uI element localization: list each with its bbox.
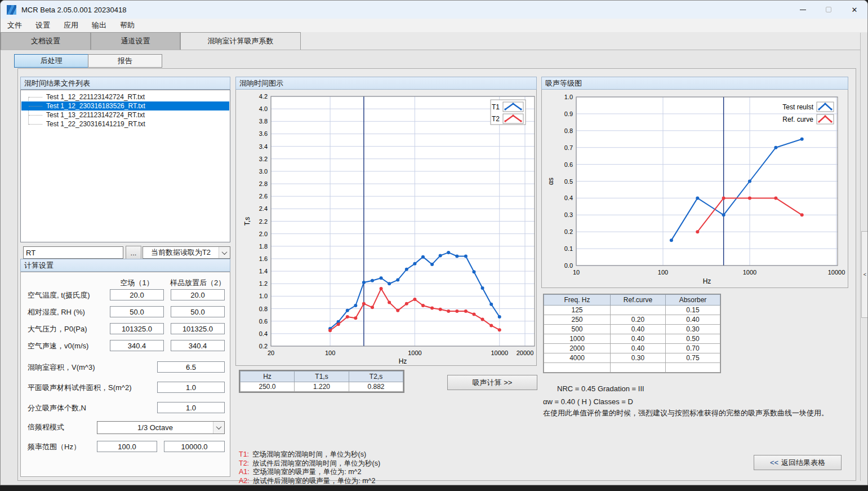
rt-file-listbox[interactable]: Test 1_12_221123142724_RT.txtTest 1_12_2… bbox=[20, 90, 230, 242]
subtab-0[interactable]: 后处理 bbox=[14, 54, 88, 68]
menu-item-0[interactable]: 文件 bbox=[1, 19, 29, 32]
minimize-button[interactable] bbox=[790, 1, 816, 19]
table-cell bbox=[611, 363, 666, 373]
freq-min-input[interactable] bbox=[97, 441, 157, 452]
svg-text:Hz: Hz bbox=[703, 277, 711, 285]
absorb-calc-button[interactable]: 吸声计算 >> bbox=[447, 375, 537, 390]
table-cell: 0.40 bbox=[611, 334, 666, 344]
freq-range-label: 频率范围（Hz） bbox=[28, 442, 81, 452]
window-title: MCR Beta 2.05.0.001 20230418 bbox=[21, 6, 126, 14]
table-cell: 2000 bbox=[544, 344, 611, 353]
svg-text:1.8: 1.8 bbox=[259, 243, 268, 250]
table-cell bbox=[544, 363, 611, 373]
svg-text:0.6: 0.6 bbox=[564, 161, 573, 168]
chevron-down-icon bbox=[222, 249, 228, 255]
octave-dropdown-button[interactable] bbox=[213, 422, 224, 434]
calc-panel-header: 计算设置 bbox=[20, 259, 230, 272]
menu-item-4[interactable]: 帮助 bbox=[113, 19, 141, 32]
menu-item-2[interactable]: 应用 bbox=[57, 19, 85, 32]
subtab-1[interactable]: 报告 bbox=[88, 54, 162, 68]
note-text: 空场混响室的吸声量，单位为: m^2 bbox=[253, 468, 362, 476]
rt-chart-panel-header: 混响时间图示 bbox=[235, 77, 537, 90]
calc-field-sample[interactable] bbox=[171, 340, 225, 351]
tab-1[interactable]: 通道设置 bbox=[91, 32, 180, 50]
menu-item-1[interactable]: 设置 bbox=[29, 19, 57, 32]
collapse-panel-handle[interactable]: < bbox=[861, 231, 868, 318]
tab-2[interactable]: 混响室计算吸声系数 bbox=[180, 32, 301, 50]
table-cell: 0.75 bbox=[666, 353, 720, 363]
note-label: A2: bbox=[239, 477, 250, 485]
svg-text:4.2: 4.2 bbox=[259, 93, 268, 100]
calc-row-1: 相对湿度, RH (%) bbox=[21, 306, 230, 317]
calc-field-value[interactable] bbox=[157, 361, 225, 373]
calc-panel-title: 计算设置 bbox=[24, 260, 54, 271]
main-tabs: 文档设置通道设置混响室计算吸声系数 bbox=[1, 32, 867, 50]
svg-text:1000: 1000 bbox=[408, 350, 421, 356]
svg-text:3.4: 3.4 bbox=[259, 143, 268, 150]
title-bar: MCR Beta 2.05.0.001 20230418 ✕ bbox=[1, 1, 867, 19]
calc-single-row-0: 混响室容积，V(m^3) bbox=[21, 361, 230, 373]
note-line-0: T1:空场混响室的混响时间，单位为秒(s) bbox=[239, 450, 393, 459]
table-cell: 0.30 bbox=[611, 353, 666, 363]
close-icon: ✕ bbox=[852, 6, 858, 14]
calc-row-label: 大气压力，P0(Pa) bbox=[28, 324, 87, 334]
table-header-cell: Freq. Hz bbox=[544, 295, 611, 306]
calc-field-open[interactable] bbox=[110, 306, 164, 317]
calc-row-3: 空气声速，v0(m/s) bbox=[21, 340, 230, 351]
menu-item-3[interactable]: 输出 bbox=[85, 19, 113, 32]
file-list-panel-header: 混时间结果文件列表 bbox=[20, 77, 230, 90]
table-cell: 0.40 bbox=[611, 325, 666, 334]
calc-field-value[interactable] bbox=[157, 382, 225, 393]
svg-text:3.6: 3.6 bbox=[259, 130, 268, 137]
table-header-cell: Hz bbox=[241, 371, 295, 382]
svg-text:2.6: 2.6 bbox=[259, 193, 268, 200]
calc-field-open[interactable] bbox=[110, 323, 164, 334]
calc-field-open[interactable] bbox=[110, 340, 164, 351]
grade-chart-panel-title: 吸声等级图 bbox=[545, 78, 582, 89]
rt-chart-panel-title: 混响时间图示 bbox=[239, 78, 283, 89]
file-list-item[interactable]: Test 1_13_221123142724_RT.txt bbox=[21, 110, 229, 120]
file-list-item[interactable]: Test 1_12_221123142724_RT.txt bbox=[21, 92, 229, 101]
file-list-item[interactable]: Test 1_12_230316183526_RT.txt bbox=[21, 101, 229, 110]
svg-text:3.2: 3.2 bbox=[259, 156, 268, 162]
note-text: 空场混响室的混响时间，单位为秒(s) bbox=[252, 450, 366, 458]
rt-name-input[interactable] bbox=[23, 246, 123, 259]
data-table: Freq. HzRef.curveAbsorber1250.152500.200… bbox=[544, 294, 720, 373]
read-mode-dropdown[interactable]: 当前数据读取为T2 bbox=[143, 246, 230, 259]
table-cell: 0.40 bbox=[611, 344, 666, 353]
cursor-values-table: HzT1,sT2,s250.01.2200.882 bbox=[239, 370, 404, 393]
table-cell: 125 bbox=[544, 306, 611, 315]
calc-field-sample[interactable] bbox=[171, 323, 225, 334]
note-label: T2: bbox=[239, 459, 249, 467]
table-cell: 0.30 bbox=[666, 325, 720, 334]
maximize-button[interactable] bbox=[816, 1, 842, 19]
calc-field-open[interactable] bbox=[110, 289, 164, 300]
table-cell: 250.0 bbox=[241, 382, 295, 392]
svg-text:Ref. curve: Ref. curve bbox=[782, 116, 813, 123]
table-cell: 0.15 bbox=[666, 306, 720, 315]
svg-text:1.0: 1.0 bbox=[259, 293, 268, 299]
minimize-icon bbox=[800, 10, 806, 10]
octave-mode-dropdown[interactable]: 1/3 Octave bbox=[97, 421, 225, 434]
svg-text:0.9: 0.9 bbox=[564, 110, 573, 117]
file-list-item[interactable]: Test 1_22_230316141219_RT.txt bbox=[21, 120, 229, 129]
svg-text:0.5: 0.5 bbox=[564, 178, 573, 185]
freq-max-input[interactable] bbox=[164, 441, 225, 452]
note-label: T1: bbox=[239, 450, 249, 458]
calc-field-sample[interactable] bbox=[171, 306, 225, 317]
read-mode-dropdown-button[interactable] bbox=[219, 247, 230, 258]
maximize-icon bbox=[826, 7, 831, 12]
tab-0[interactable]: 文档设置 bbox=[1, 32, 91, 50]
calc-col2-header: 样品放置后（2） bbox=[161, 278, 234, 288]
calc-field-sample[interactable] bbox=[171, 289, 225, 300]
table-cell: 1000 bbox=[544, 334, 611, 344]
calc-field-value[interactable] bbox=[157, 402, 225, 413]
back-to-results-button[interactable]: << 返回结果表格 bbox=[754, 455, 842, 470]
absorption-grade-chart[interactable]: 0.00.10.20.30.40.50.60.70.80.91.01010010… bbox=[542, 90, 848, 287]
octave-mode-value: 1/3 Octave bbox=[97, 423, 213, 432]
reverberation-time-chart[interactable]: 0.20.40.60.81.01.21.41.61.82.02.22.42.62… bbox=[236, 90, 536, 365]
table-cell: 1.220 bbox=[295, 382, 349, 392]
svg-text:1.2: 1.2 bbox=[259, 280, 268, 287]
close-button[interactable]: ✕ bbox=[842, 1, 867, 19]
browse-button[interactable]: ... bbox=[126, 246, 141, 259]
